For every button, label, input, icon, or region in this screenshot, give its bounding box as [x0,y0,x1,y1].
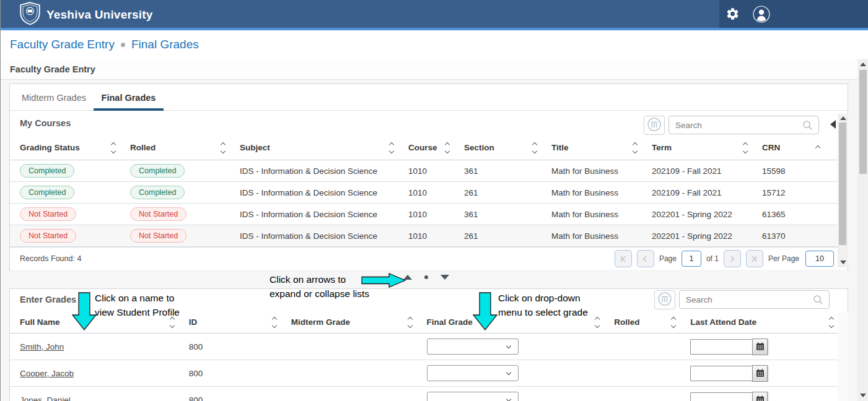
enter-grades-search [679,290,830,309]
section-cell: 361 [464,166,551,176]
student-id-cell: 800 [189,395,291,401]
sort-icon[interactable] [407,316,413,329]
page-label: Page [659,254,677,263]
course-row[interactable]: Not Started Not Started IDS - Informatio… [10,204,848,225]
first-page-button[interactable] [615,250,632,267]
course-cell: 1010 [408,166,464,176]
student-name-link[interactable]: Jones, Daniel [20,395,71,401]
course-row[interactable]: Not Started Not Started IDS - Informatio… [10,225,848,247]
sort-asc-icon[interactable] [815,145,821,151]
my-courses-footer: Records Found: 4 Page of 1 Per Page [10,247,848,270]
sort-icon[interactable] [220,142,226,154]
tab-final-grades[interactable]: Final Grades [94,84,164,111]
grades-tabs: Midterm Grades Final Grades [10,84,848,111]
right-arrow-annotation [361,273,407,288]
breadcrumb: Faculty Grade Entry Final Grades [1,30,868,59]
panel-divider-controls [403,275,449,280]
brand[interactable]: Yeshiva University [19,1,153,28]
scroll-down-icon[interactable] [840,261,846,264]
sort-icon[interactable] [388,142,395,154]
grid-settings-icon [647,117,662,134]
per-page-input[interactable] [805,251,834,267]
divider-dot-icon[interactable] [424,275,428,279]
course-row[interactable]: Completed Completed IDS - Information & … [10,182,848,204]
student-name-link[interactable]: Smith, John [20,342,64,351]
enter-grades-title: Enter Grades [20,295,76,304]
scrollbar-thumb[interactable] [839,123,846,245]
section-cell: 261 [464,188,551,197]
breadcrumb-separator-dot [121,43,125,47]
page-title: Faculty Grade Entry [10,64,95,74]
grading-status-badge: Not Started [20,229,76,243]
rolled-badge: Completed [130,186,185,199]
breadcrumb-section[interactable]: Faculty Grade Entry [10,38,115,51]
expand-hint-text: Click on arrows to expand or collapse li… [270,272,369,301]
final-grade-select[interactable] [427,392,519,401]
final-grade-select[interactable] [427,338,519,355]
my-courses-search-input[interactable] [669,121,802,130]
subject-cell: IDS - Information & Decision Science [240,166,408,176]
student-row: Cooper, Jacob 800 [10,360,848,387]
last-attend-date-input[interactable] [690,339,752,355]
title-cell: Math for Business [551,166,652,176]
last-attend-date-input[interactable] [690,366,752,381]
scroll-up-icon[interactable] [840,116,846,120]
records-found: Records Found: 4 [20,254,81,263]
final-grade-select[interactable] [427,365,519,381]
calendar-icon[interactable] [752,338,768,355]
course-cell: 1010 [408,188,464,197]
subject-cell: IDS - Information & Decision Science [240,210,408,219]
sort-icon[interactable] [670,316,677,329]
sort-icon[interactable] [742,142,748,154]
grading-status-badge: Completed [20,186,74,199]
grading-status-badge: Completed [20,164,74,178]
sort-icon[interactable] [532,142,538,154]
brand-name: Yeshiva University [46,8,153,22]
active-tab-underline [94,108,164,111]
faculty-grade-entry-page: Yeshiva University Faculty Grade Entry F… [0,0,868,401]
section-cell: 361 [464,210,551,219]
pagination: Page of 1 Per Page [615,250,834,267]
grid-settings-button[interactable] [644,116,665,135]
student-name-link[interactable]: Cooper, Jacob [20,369,74,378]
calendar-icon[interactable] [752,392,768,401]
sort-icon[interactable] [594,316,600,329]
per-page-label: Per Page [768,254,799,263]
name-hint-text: Click on a name to view Student Profile [95,291,180,319]
grid-settings-button[interactable] [654,290,675,309]
sort-icon[interactable] [271,316,278,329]
next-page-button[interactable] [724,250,741,267]
search-icon[interactable] [813,295,829,305]
previous-page-button[interactable] [637,250,654,267]
sort-icon[interactable] [632,142,638,154]
breadcrumb-page[interactable]: Final Grades [131,38,199,51]
collapse-panel-icon[interactable] [441,275,449,280]
user-profile-icon[interactable] [753,0,770,28]
subject-cell: IDS - Information & Decision Science [240,188,408,197]
my-courses-panel: Midterm Grades Final Grades My Courses [9,84,848,270]
enter-grades-search-input[interactable] [680,295,813,304]
sort-icon[interactable] [110,142,116,154]
student-id-cell: 800 [189,369,291,378]
sort-icon[interactable] [828,316,835,329]
my-courses-scrollbar[interactable] [838,114,848,267]
tab-midterm-grades[interactable]: Midterm Grades [20,84,88,111]
page-number-input[interactable] [682,251,701,267]
scrollbar-thumb[interactable] [859,70,867,174]
scroll-down-icon[interactable] [860,394,866,397]
section-cell: 261 [464,231,551,241]
scroll-up-icon[interactable] [860,63,866,66]
page-scrollbar[interactable] [857,59,868,401]
settings-gear-icon[interactable] [726,0,740,28]
last-attend-date-input[interactable] [690,392,752,401]
collapse-panel-icon[interactable] [830,120,836,129]
last-page-button[interactable] [746,250,763,267]
calendar-icon[interactable] [752,365,768,382]
enter-grades-scrollbar[interactable] [838,313,848,401]
student-id-cell: 800 [189,342,291,351]
search-icon[interactable] [802,120,818,131]
sort-icon[interactable] [444,142,450,154]
term-cell: 202201 - Spring 2022 [652,210,762,219]
crn-cell: 61370 [762,231,835,241]
course-row[interactable]: Completed Completed IDS - Information & … [10,160,848,182]
